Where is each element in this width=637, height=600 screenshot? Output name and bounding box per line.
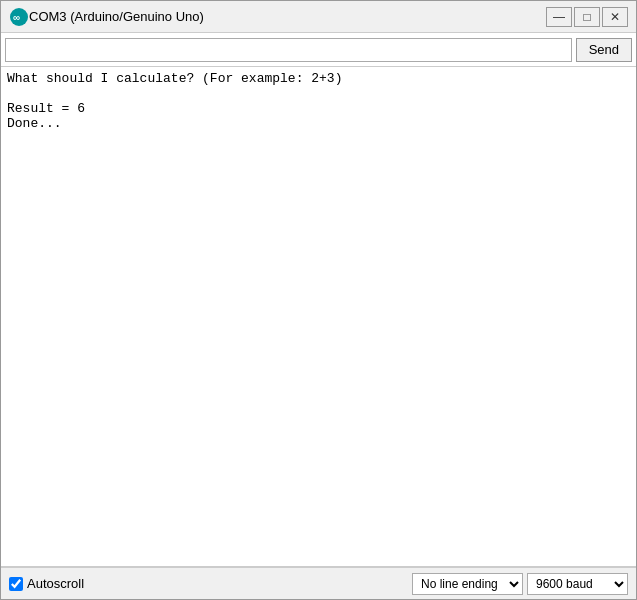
output-line-4: Done... xyxy=(7,116,62,131)
window-controls: — □ ✕ xyxy=(546,7,628,27)
status-right: No line ending Newline Carriage return B… xyxy=(412,573,628,595)
autoscroll-checkbox[interactable] xyxy=(9,577,23,591)
arduino-logo-icon: ∞ xyxy=(9,7,29,27)
autoscroll-container: Autoscroll xyxy=(9,576,412,591)
toolbar: Send xyxy=(1,33,636,67)
baud-rate-select[interactable]: 300 baud 1200 baud 2400 baud 4800 baud 9… xyxy=(527,573,628,595)
line-ending-select[interactable]: No line ending Newline Carriage return B… xyxy=(412,573,523,595)
output-line-1: What should I calculate? (For example: 2… xyxy=(7,71,342,86)
title-bar: ∞ COM3 (Arduino/Genuino Uno) — □ ✕ xyxy=(1,1,636,33)
autoscroll-label: Autoscroll xyxy=(27,576,84,591)
send-button[interactable]: Send xyxy=(576,38,632,62)
maximize-button[interactable]: □ xyxy=(574,7,600,27)
main-window: ∞ COM3 (Arduino/Genuino Uno) — □ ✕ Send … xyxy=(0,0,637,600)
close-button[interactable]: ✕ xyxy=(602,7,628,27)
window-title: COM3 (Arduino/Genuino Uno) xyxy=(29,9,546,24)
serial-output-area: What should I calculate? (For example: 2… xyxy=(1,67,636,567)
status-bar: Autoscroll No line ending Newline Carria… xyxy=(1,567,636,599)
svg-text:∞: ∞ xyxy=(13,12,20,23)
serial-input[interactable] xyxy=(5,38,572,62)
output-line-3: Result = 6 xyxy=(7,101,85,116)
minimize-button[interactable]: — xyxy=(546,7,572,27)
